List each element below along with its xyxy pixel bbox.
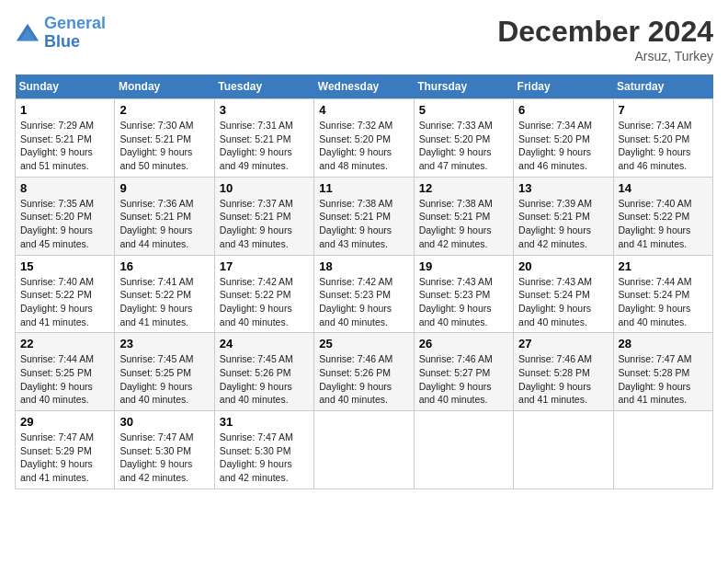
- day-number: 8: [20, 181, 109, 195]
- day-info: Sunrise: 7:37 AM Sunset: 5:21 PM Dayligh…: [220, 197, 309, 251]
- header-day-tuesday: Tuesday: [214, 75, 313, 99]
- header-day-thursday: Thursday: [414, 75, 513, 99]
- day-info: Sunrise: 7:47 AM Sunset: 5:30 PM Dayligh…: [119, 431, 209, 485]
- day-info: Sunrise: 7:46 AM Sunset: 5:27 PM Dayligh…: [419, 352, 508, 407]
- day-cell-15: 15 Sunrise: 7:40 AM Sunset: 5:22 PM Dayl…: [16, 255, 115, 333]
- header-day-sunday: Sunday: [16, 75, 115, 99]
- day-info: Sunrise: 7:42 AM Sunset: 5:22 PM Dayligh…: [220, 275, 309, 329]
- day-cell-1: 1 Sunrise: 7:29 AM Sunset: 5:21 PM Dayli…: [16, 99, 115, 178]
- day-info: Sunrise: 7:30 AM Sunset: 5:21 PM Dayligh…: [119, 119, 209, 173]
- day-info: Sunrise: 7:33 AM Sunset: 5:20 PM Dayligh…: [419, 119, 508, 173]
- day-number: 28: [619, 337, 708, 350]
- day-info: Sunrise: 7:31 AM Sunset: 5:21 PM Dayligh…: [220, 119, 309, 173]
- day-cell-30: 30 Sunrise: 7:47 AM Sunset: 5:30 PM Dayl…: [115, 411, 214, 489]
- location: Arsuz, Turkey: [497, 49, 713, 63]
- day-number: 17: [220, 259, 309, 273]
- logo: General Blue: [15, 15, 106, 52]
- day-info: Sunrise: 7:34 AM Sunset: 5:20 PM Dayligh…: [518, 119, 608, 173]
- day-number: 4: [319, 103, 408, 117]
- day-info: Sunrise: 7:47 AM Sunset: 5:29 PM Dayligh…: [20, 431, 109, 485]
- day-cell-21: 21 Sunrise: 7:44 AM Sunset: 5:24 PM Dayl…: [613, 255, 712, 333]
- day-cell-7: 7 Sunrise: 7:34 AM Sunset: 5:20 PM Dayli…: [613, 99, 712, 178]
- day-cell-31: 31 Sunrise: 7:47 AM Sunset: 5:30 PM Dayl…: [214, 411, 313, 489]
- day-info: Sunrise: 7:46 AM Sunset: 5:28 PM Dayligh…: [518, 352, 608, 407]
- day-cell-24: 24 Sunrise: 7:45 AM Sunset: 5:26 PM Dayl…: [214, 333, 313, 411]
- day-info: Sunrise: 7:29 AM Sunset: 5:21 PM Dayligh…: [20, 119, 109, 173]
- day-info: Sunrise: 7:38 AM Sunset: 5:21 PM Dayligh…: [319, 197, 408, 251]
- day-cell-6: 6 Sunrise: 7:34 AM Sunset: 5:20 PM Dayli…: [514, 99, 613, 178]
- day-number: 3: [220, 103, 309, 117]
- day-cell-8: 8 Sunrise: 7:35 AM Sunset: 5:20 PM Dayli…: [16, 177, 115, 255]
- day-info: Sunrise: 7:47 AM Sunset: 5:28 PM Dayligh…: [619, 352, 708, 407]
- day-info: Sunrise: 7:46 AM Sunset: 5:26 PM Dayligh…: [319, 352, 408, 407]
- day-number: 24: [220, 337, 309, 350]
- month-title: December 2024: [497, 15, 713, 49]
- empty-cell: [314, 411, 414, 489]
- day-number: 10: [220, 181, 309, 195]
- title-block: December 2024 Arsuz, Turkey: [497, 15, 713, 63]
- week-row-2: 8 Sunrise: 7:35 AM Sunset: 5:20 PM Dayli…: [16, 177, 713, 255]
- day-cell-16: 16 Sunrise: 7:41 AM Sunset: 5:22 PM Dayl…: [115, 255, 214, 333]
- calendar-header-row: SundayMondayTuesdayWednesdayThursdayFrid…: [16, 75, 713, 99]
- day-cell-12: 12 Sunrise: 7:38 AM Sunset: 5:21 PM Dayl…: [414, 177, 513, 255]
- day-number: 25: [319, 337, 408, 350]
- day-info: Sunrise: 7:40 AM Sunset: 5:22 PM Dayligh…: [619, 197, 708, 251]
- day-cell-10: 10 Sunrise: 7:37 AM Sunset: 5:21 PM Dayl…: [214, 177, 313, 255]
- day-info: Sunrise: 7:36 AM Sunset: 5:21 PM Dayligh…: [119, 197, 209, 251]
- day-number: 31: [220, 415, 309, 429]
- week-row-5: 29 Sunrise: 7:47 AM Sunset: 5:29 PM Dayl…: [16, 411, 713, 489]
- week-row-4: 22 Sunrise: 7:44 AM Sunset: 5:25 PM Dayl…: [16, 333, 713, 411]
- day-cell-4: 4 Sunrise: 7:32 AM Sunset: 5:20 PM Dayli…: [314, 99, 414, 178]
- day-number: 20: [518, 259, 608, 273]
- day-cell-5: 5 Sunrise: 7:33 AM Sunset: 5:20 PM Dayli…: [414, 99, 513, 178]
- day-cell-2: 2 Sunrise: 7:30 AM Sunset: 5:21 PM Dayli…: [115, 99, 214, 178]
- day-number: 22: [20, 337, 109, 350]
- logo-general: General: [44, 14, 106, 32]
- day-cell-29: 29 Sunrise: 7:47 AM Sunset: 5:29 PM Dayl…: [16, 411, 115, 489]
- day-cell-13: 13 Sunrise: 7:39 AM Sunset: 5:21 PM Dayl…: [514, 177, 613, 255]
- day-number: 26: [419, 337, 508, 350]
- day-number: 2: [119, 103, 209, 117]
- day-number: 11: [319, 181, 408, 195]
- logo-icon: [15, 20, 40, 46]
- empty-cell: [414, 411, 513, 489]
- day-cell-23: 23 Sunrise: 7:45 AM Sunset: 5:25 PM Dayl…: [115, 333, 214, 411]
- day-info: Sunrise: 7:43 AM Sunset: 5:24 PM Dayligh…: [518, 275, 608, 329]
- empty-cell: [613, 411, 712, 489]
- calendar-table: SundayMondayTuesdayWednesdayThursdayFrid…: [15, 75, 713, 489]
- day-number: 27: [518, 337, 608, 350]
- day-number: 6: [518, 103, 608, 117]
- day-cell-18: 18 Sunrise: 7:42 AM Sunset: 5:23 PM Dayl…: [314, 255, 414, 333]
- day-number: 29: [20, 415, 109, 429]
- logo-blue: Blue: [44, 32, 80, 51]
- day-number: 30: [119, 415, 209, 429]
- day-info: Sunrise: 7:32 AM Sunset: 5:20 PM Dayligh…: [319, 119, 408, 173]
- day-info: Sunrise: 7:38 AM Sunset: 5:21 PM Dayligh…: [419, 197, 508, 251]
- day-number: 14: [619, 181, 708, 195]
- day-info: Sunrise: 7:45 AM Sunset: 5:26 PM Dayligh…: [220, 352, 309, 407]
- day-info: Sunrise: 7:34 AM Sunset: 5:20 PM Dayligh…: [619, 119, 708, 173]
- day-cell-20: 20 Sunrise: 7:43 AM Sunset: 5:24 PM Dayl…: [514, 255, 613, 333]
- day-info: Sunrise: 7:47 AM Sunset: 5:30 PM Dayligh…: [220, 431, 309, 485]
- day-number: 21: [619, 259, 708, 273]
- day-number: 23: [119, 337, 209, 350]
- header-day-wednesday: Wednesday: [314, 75, 414, 99]
- day-info: Sunrise: 7:43 AM Sunset: 5:23 PM Dayligh…: [419, 275, 508, 329]
- day-info: Sunrise: 7:42 AM Sunset: 5:23 PM Dayligh…: [319, 275, 408, 329]
- day-info: Sunrise: 7:44 AM Sunset: 5:25 PM Dayligh…: [20, 352, 109, 407]
- day-cell-19: 19 Sunrise: 7:43 AM Sunset: 5:23 PM Dayl…: [414, 255, 513, 333]
- day-cell-25: 25 Sunrise: 7:46 AM Sunset: 5:26 PM Dayl…: [314, 333, 414, 411]
- day-info: Sunrise: 7:45 AM Sunset: 5:25 PM Dayligh…: [119, 352, 209, 407]
- week-row-1: 1 Sunrise: 7:29 AM Sunset: 5:21 PM Dayli…: [16, 99, 713, 178]
- day-number: 18: [319, 259, 408, 273]
- day-number: 9: [119, 181, 209, 195]
- day-info: Sunrise: 7:35 AM Sunset: 5:20 PM Dayligh…: [20, 197, 109, 251]
- empty-cell: [514, 411, 613, 489]
- day-number: 15: [20, 259, 109, 273]
- day-info: Sunrise: 7:40 AM Sunset: 5:22 PM Dayligh…: [20, 275, 109, 329]
- day-cell-3: 3 Sunrise: 7:31 AM Sunset: 5:21 PM Dayli…: [214, 99, 313, 178]
- day-cell-26: 26 Sunrise: 7:46 AM Sunset: 5:27 PM Dayl…: [414, 333, 513, 411]
- day-info: Sunrise: 7:44 AM Sunset: 5:24 PM Dayligh…: [619, 275, 708, 329]
- week-row-3: 15 Sunrise: 7:40 AM Sunset: 5:22 PM Dayl…: [16, 255, 713, 333]
- day-number: 1: [20, 103, 109, 117]
